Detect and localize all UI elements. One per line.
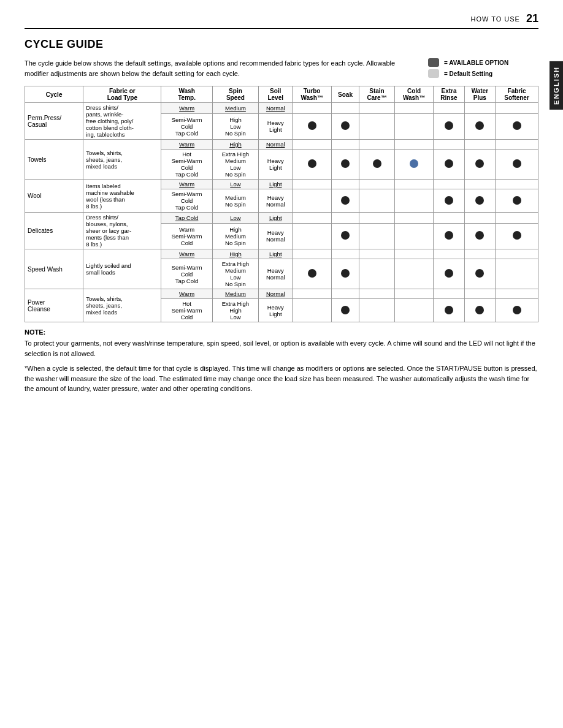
dot-stain-perm-default	[359, 103, 395, 114]
col-cold-wash: ColdWash™	[394, 86, 434, 103]
page-number: 21	[526, 12, 538, 25]
dot-water-perm-default	[464, 103, 496, 114]
note-title: NOTE:	[25, 328, 538, 336]
table-row: Speed Wash Lightly soiled andsmall loads…	[25, 249, 538, 259]
col-fabric-softener: FabricSoftener	[496, 86, 538, 103]
fabric-powercleanse: Towels, shirts,sheets, jeans,mixed loads	[83, 289, 161, 322]
temp-towels-default: Warm	[161, 140, 212, 150]
speed-perm-alt: HighLowNo Spin	[212, 113, 258, 139]
dot-soft-perm	[496, 113, 538, 139]
table-row: Delicates Dress shirts/blouses, nylons,s…	[25, 213, 538, 224]
col-extra-rinse: ExtraRinse	[434, 86, 464, 103]
legend-default: = Default Setting	[428, 69, 538, 78]
speed-towels-default: High	[212, 140, 258, 150]
cycle-name-powercleanse: PowerCleanse	[25, 289, 83, 322]
col-water-plus: WaterPlus	[464, 86, 496, 103]
fabric-towels: Towels, shirts,sheets, jeans,mixed loads	[83, 140, 161, 180]
default-icon	[428, 69, 439, 78]
col-spin-speed: SpinSpeed	[212, 86, 258, 103]
cycle-name-perm: Perm.Press/Casual	[25, 103, 83, 140]
cycle-name-speedwash: Speed Wash	[25, 249, 83, 289]
available-label: = AVAILABLE OPTION	[444, 59, 508, 66]
soil-perm-alt: HeavyLight	[259, 113, 293, 139]
note-text1: To protect your garments, not every wash…	[25, 338, 538, 358]
table-row: Wool Items labeledmachine washablewool (…	[25, 180, 538, 189]
cycle-name-delicates: Delicates	[25, 213, 83, 249]
dot-soak-perm-default	[331, 103, 359, 114]
dot-soft-perm-default	[496, 103, 538, 114]
fabric-wool: Items labeledmachine washablewool (less …	[83, 180, 161, 213]
col-cycle: Cycle	[25, 86, 83, 103]
dot-turbo-perm	[293, 113, 332, 139]
table-row: Towels Towels, shirts,sheets, jeans,mixe…	[25, 140, 538, 150]
section-label: HOW TO USE	[470, 15, 520, 23]
dot-extra-perm	[434, 113, 464, 139]
fabric-perm: Dress shirts/pants, wrinkle-free clothin…	[83, 103, 161, 140]
dot-stain-perm	[359, 113, 395, 139]
col-soak: Soak	[331, 86, 359, 103]
page-header: HOW TO USE 21	[25, 12, 538, 29]
col-wash-temp: WashTemp.	[161, 86, 212, 103]
speed-perm-default: Medium	[212, 103, 258, 114]
note-section: NOTE: To protect your garments, not ever…	[25, 328, 538, 394]
fabric-speedwash: Lightly soiled andsmall loads	[83, 249, 161, 289]
legend-box: = AVAILABLE OPTION = Default Setting	[428, 58, 538, 78]
dot-cold-perm	[394, 113, 434, 139]
col-stain: StainCare™	[359, 86, 395, 103]
fabric-delicates: Dress shirts/blouses, nylons,sheer or la…	[83, 213, 161, 249]
col-turbo: TurboWash™	[293, 86, 332, 103]
cycle-name-wool: Wool	[25, 180, 83, 213]
sidebar-english-label: ENGLISH	[550, 61, 563, 110]
soil-perm-default: Normal	[259, 103, 293, 114]
default-label: = Default Setting	[444, 70, 492, 77]
table-row: PowerCleanse Towels, shirts,sheets, jean…	[25, 289, 538, 299]
temp-perm-default: Warm	[161, 103, 212, 114]
dot-turbo-perm-default	[293, 103, 332, 114]
intro-section: The cycle guide below shows the default …	[25, 58, 538, 78]
temp-perm-alt: Semi-WarmColdTap Cold	[161, 113, 212, 139]
available-icon	[428, 58, 439, 67]
page-title: CYCLE GUIDE	[25, 38, 538, 51]
soil-towels-default: Normal	[259, 140, 293, 150]
col-soil-level: SoilLevel	[259, 86, 293, 103]
dot-cold-perm-default	[394, 103, 434, 114]
col-fabric: Fabric orLoad Type	[83, 86, 161, 103]
intro-text: The cycle guide below shows the default …	[25, 58, 416, 78]
cycle-name-towels: Towels	[25, 140, 83, 180]
legend-available: = AVAILABLE OPTION	[428, 58, 538, 67]
dot-soak-perm	[331, 113, 359, 139]
table-row: Perm.Press/Casual Dress shirts/pants, wr…	[25, 103, 538, 114]
dot-extra-perm-default	[434, 103, 464, 114]
dot-water-perm	[464, 113, 496, 139]
note-text2: *When a cycle is selected, the default t…	[25, 363, 538, 394]
cycle-table: Cycle Fabric orLoad Type WashTemp. SpinS…	[25, 86, 538, 322]
